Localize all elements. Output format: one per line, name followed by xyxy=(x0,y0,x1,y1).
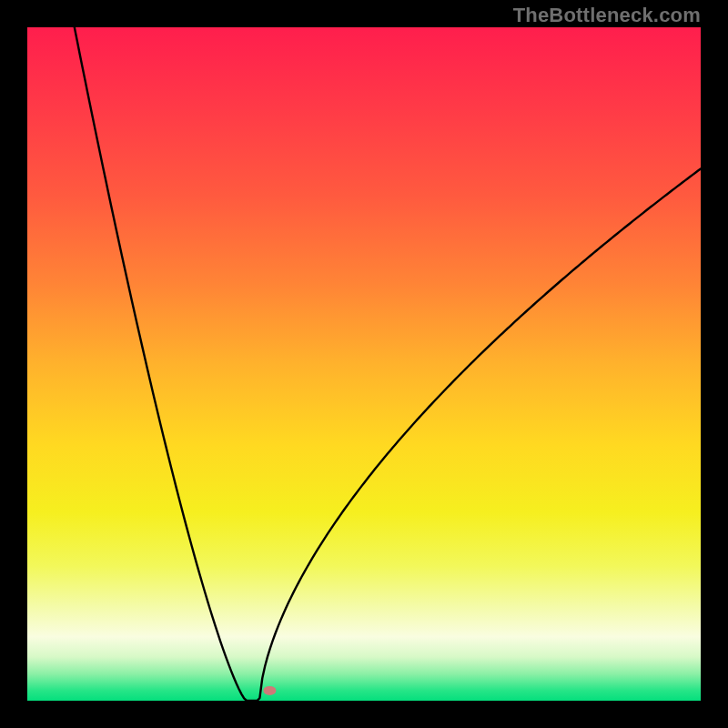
plot-area xyxy=(27,27,701,701)
chart-svg xyxy=(27,27,701,701)
watermark-label: TheBottleneck.com xyxy=(513,4,701,27)
optimum-marker xyxy=(263,686,276,695)
chart-frame: TheBottleneck.com xyxy=(0,0,728,728)
gradient-background xyxy=(27,27,701,701)
